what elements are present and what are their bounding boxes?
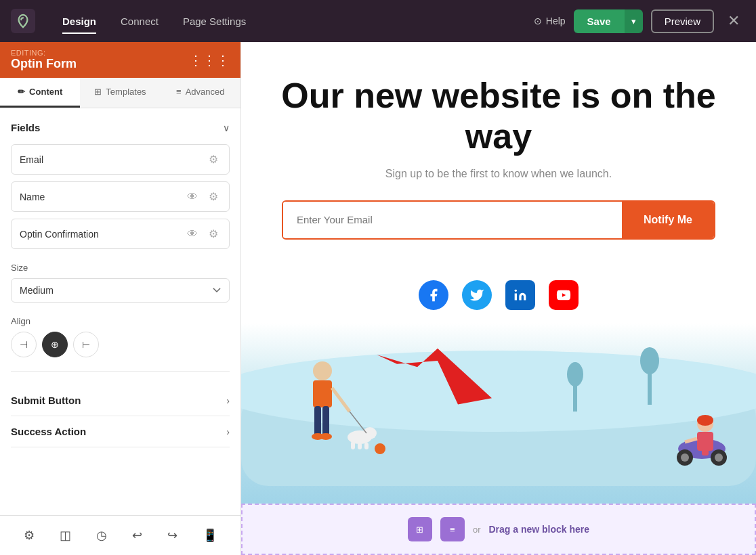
field-name-label: Name (20, 192, 179, 202)
help-label: Help (546, 16, 566, 26)
main-area: EDITING: Optin Form ⋮⋮⋮ ✏ Content ⊞ Temp… (0, 42, 756, 555)
email-input[interactable] (283, 202, 622, 238)
svg-point-31 (697, 415, 713, 426)
tab-page-settings[interactable]: Page Settings (172, 10, 257, 32)
submit-chevron-icon: › (226, 395, 230, 406)
field-name-settings[interactable]: ⚙ (206, 189, 221, 204)
sidebar-header: EDITING: Optin Form ⋮⋮⋮ (0, 42, 240, 78)
svg-point-13 (320, 433, 332, 440)
youtube-icon[interactable] (549, 280, 579, 310)
nav-right: ⊙ Help Save ▾ Preview ✕ (534, 9, 745, 33)
settings-icon-button[interactable]: ⚙ (20, 524, 39, 547)
svg-rect-11 (322, 406, 329, 437)
svg-point-5 (567, 362, 583, 386)
svg-rect-28 (697, 432, 713, 451)
size-section: Size Small Medium Large (11, 263, 230, 303)
social-section (241, 260, 756, 324)
tab-content[interactable]: ✏ Content (0, 78, 80, 108)
field-optin-label: Optin Confirmation (20, 229, 179, 240)
linkedin-icon[interactable] (505, 280, 535, 310)
fields-title: Fields (11, 122, 40, 133)
field-optin-visibility[interactable]: 👁 (184, 227, 201, 242)
drag-or-text: or (473, 525, 481, 535)
align-left-button[interactable]: ⊣ (11, 332, 37, 357)
align-center-button[interactable]: ⊕ (42, 332, 68, 357)
field-name-visibility[interactable]: 👁 (184, 190, 201, 204)
field-name: Name 👁 ⚙ (11, 181, 230, 212)
save-dropdown-button[interactable]: ▾ (625, 9, 643, 33)
editing-title: Optin Form (11, 57, 77, 71)
close-button[interactable]: ✕ (722, 9, 745, 32)
field-optin-settings[interactable]: ⚙ (206, 226, 221, 242)
hero-title: Our new website is on the way (268, 76, 729, 157)
tab-design[interactable]: Design (51, 10, 107, 32)
field-optin: Optin Confirmation 👁 ⚙ (11, 219, 230, 249)
nav-tabs: Design Connect Page Settings (51, 10, 518, 32)
divider-1 (11, 371, 230, 372)
svg-rect-18 (358, 443, 362, 449)
top-nav: Design Connect Page Settings ⊙ Help Save… (0, 0, 756, 42)
preview-button[interactable]: Preview (651, 9, 714, 33)
tab-templates[interactable]: ⊞ Templates (80, 78, 160, 108)
logo (11, 9, 35, 33)
fields-chevron[interactable]: ∨ (223, 123, 230, 133)
mobile-icon-button[interactable]: 📱 (198, 524, 222, 547)
pencil-icon: ✏ (18, 87, 25, 97)
illustration-area (241, 324, 756, 504)
svg-point-25 (681, 453, 689, 462)
tab-content-label: Content (29, 87, 62, 97)
align-section: Align ⊣ ⊕ ⊢ (11, 316, 230, 357)
sidebar-footer: ⚙ ◫ ◷ ↩ ↪ 📱 (0, 515, 240, 555)
align-label: Align (11, 316, 230, 326)
redo-icon-button[interactable]: ↪ (163, 524, 182, 547)
illustration-svg (241, 324, 756, 486)
help-icon: ⊙ (534, 16, 542, 26)
svg-point-26 (715, 453, 723, 462)
editing-info: EDITING: Optin Form (11, 49, 77, 71)
help-button[interactable]: ⊙ Help (534, 16, 566, 26)
undo-icon-button[interactable]: ↩ (128, 524, 146, 547)
template-icon: ⊞ (94, 87, 102, 97)
svg-rect-19 (364, 443, 369, 449)
tab-templates-label: Templates (106, 87, 146, 97)
advanced-icon: ≡ (176, 87, 182, 97)
sidebar: EDITING: Optin Form ⋮⋮⋮ ✏ Content ⊞ Temp… (0, 42, 241, 555)
size-label: Size (11, 263, 230, 273)
twitter-icon[interactable] (462, 280, 492, 310)
layers-icon-button[interactable]: ◫ (56, 524, 75, 547)
field-email: Email ⚙ (11, 144, 230, 175)
size-select[interactable]: Small Medium Large (11, 278, 230, 303)
success-chevron-icon: › (226, 426, 230, 437)
submit-button-section[interactable]: Submit Button › (11, 385, 230, 416)
svg-point-8 (313, 361, 332, 380)
align-right-button[interactable]: ⊢ (73, 332, 99, 357)
editing-label: EDITING: (11, 49, 77, 57)
history-icon-button[interactable]: ◷ (92, 524, 111, 547)
svg-point-0 (515, 289, 517, 291)
drag-bar: ⊞ ≡ or Drag a new block here (241, 504, 756, 555)
canvas-content: Our new website is on the way Sign up to… (241, 42, 756, 555)
save-button[interactable]: Save (574, 9, 625, 33)
success-action-title: Success Action (11, 426, 86, 437)
grid-icon[interactable]: ⋮⋮⋮ (189, 52, 230, 68)
svg-rect-9 (313, 380, 332, 407)
success-action-section[interactable]: Success Action › (11, 416, 230, 447)
field-email-label: Email (20, 154, 201, 165)
hero-section: Our new website is on the way Sign up to… (241, 42, 756, 260)
field-email-settings[interactable]: ⚙ (206, 152, 221, 167)
submit-button-title: Submit Button (11, 395, 81, 406)
align-buttons: ⊣ ⊕ ⊢ (11, 332, 230, 357)
svg-rect-30 (702, 449, 709, 456)
tab-connect[interactable]: Connect (110, 10, 169, 32)
notify-button[interactable]: Notify Me (622, 202, 714, 238)
sidebar-content: Fields ∨ Email ⚙ Name 👁 ⚙ Optin Confirma… (0, 108, 240, 515)
canvas: Our new website is on the way Sign up to… (241, 42, 756, 555)
svg-point-7 (640, 347, 659, 374)
svg-rect-10 (314, 406, 321, 437)
hero-subtitle: Sign up to be the first to know when we … (268, 168, 729, 180)
drag-label[interactable]: Drag a new block here (488, 524, 589, 535)
tab-advanced-label: Advanced (186, 87, 225, 97)
tab-advanced[interactable]: ≡ Advanced (161, 78, 240, 108)
facebook-icon[interactable] (419, 280, 448, 310)
block-grid-icon: ⊞ (408, 517, 432, 541)
